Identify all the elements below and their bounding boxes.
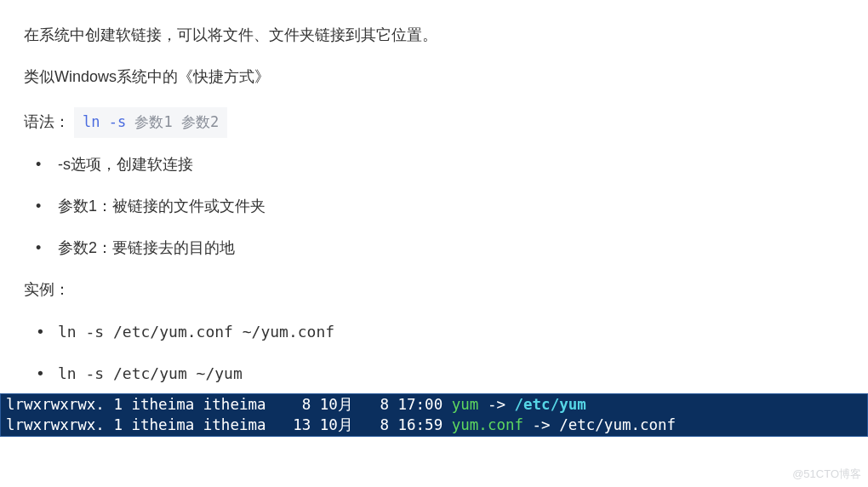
- link-target: -> /etc/yum.conf: [523, 416, 676, 433]
- link-target: /etc/yum: [515, 396, 586, 413]
- cmd-arg2: 参数2: [181, 113, 219, 130]
- options-list: -s选项，创建软连接 参数1：被链接的文件或文件夹 参数2：要链接去的目的地: [24, 153, 844, 260]
- example-1: ln -s /etc/yum.conf ~/yum.conf: [24, 320, 844, 343]
- syntax-code: ln -s 参数1 参数2: [74, 107, 227, 138]
- ls-meta: lrwxrwxrwx. 1 itheima itheima 8 10月 8 17…: [6, 396, 452, 413]
- link-name: yum.conf: [452, 416, 523, 433]
- ls-meta: lrwxrwxrwx. 1 itheima itheima 13 10月 8 1…: [6, 416, 452, 433]
- syntax-label: 语法：: [24, 113, 70, 130]
- example-2: ln -s /etc/yum ~/yum: [24, 362, 844, 385]
- list-item-s: -s选项，创建软连接: [24, 153, 844, 176]
- list-item-p2: 参数2：要链接去的目的地: [24, 237, 844, 260]
- examples-label: 实例：: [24, 278, 844, 301]
- link-name: yum: [452, 396, 479, 413]
- terminal-output: lrwxrwxrwx. 1 itheima itheima 8 10月 8 17…: [0, 393, 868, 437]
- watermark: @51CTO博客: [792, 466, 861, 483]
- cmd-name: ln: [83, 113, 100, 130]
- list-item-p1: 参数1：被链接的文件或文件夹: [24, 195, 844, 218]
- cmd-flag: -s: [109, 113, 126, 130]
- intro-paragraph-1: 在系统中创建软链接，可以将文件、文件夹链接到其它位置。: [24, 24, 844, 47]
- syntax-line: 语法： ln -s 参数1 参数2: [24, 107, 844, 138]
- examples-list: ln -s /etc/yum.conf ~/yum.conf ln -s /et…: [24, 320, 844, 385]
- intro-paragraph-2: 类似Windows系统中的《快捷方式》: [24, 66, 844, 89]
- terminal-line-2: lrwxrwxrwx. 1 itheima itheima 13 10月 8 1…: [1, 415, 867, 436]
- terminal-line-1: lrwxrwxrwx. 1 itheima itheima 8 10月 8 17…: [1, 394, 867, 415]
- cmd-arg1: 参数1: [134, 113, 172, 130]
- arrow: ->: [478, 396, 514, 413]
